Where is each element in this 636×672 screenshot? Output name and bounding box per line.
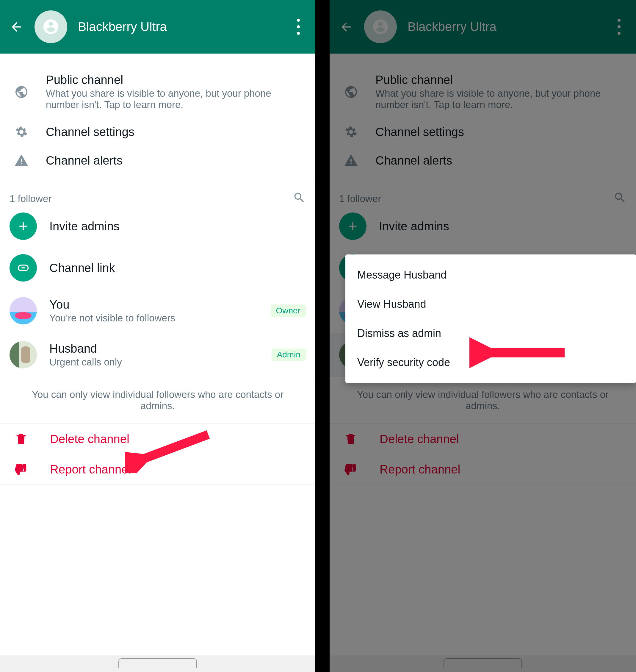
plus-icon: [9, 212, 37, 240]
channel-settings-row[interactable]: Channel settings: [0, 118, 315, 146]
owner-badge: Owner: [271, 305, 306, 317]
search-icon[interactable]: [293, 191, 306, 207]
member-row-husband[interactable]: Husband Urgent calls only Admin: [0, 333, 315, 377]
menu-dismiss-as-admin[interactable]: Dismiss as admin: [345, 319, 636, 348]
public-channel-title: Public channel: [46, 73, 306, 87]
member-name-husband: Husband: [49, 342, 272, 356]
member-status-you: You're not visible to followers: [49, 312, 271, 324]
public-channel-row[interactable]: Public channel What you share is visible…: [0, 66, 315, 118]
gear-icon: [9, 125, 33, 139]
thumb-down-icon: [14, 462, 28, 476]
delete-channel-row[interactable]: Delete channel: [0, 424, 315, 454]
app-header: Blackberry Ultra: [0, 0, 315, 54]
followers-count: 1 follower: [9, 193, 52, 205]
followers-header: 1 follower: [0, 182, 315, 210]
channel-alerts-label: Channel alerts: [46, 154, 306, 167]
channel-alerts-row[interactable]: Channel alerts: [0, 146, 315, 175]
channel-avatar[interactable]: [35, 11, 67, 43]
report-channel-label: Report channel: [50, 463, 131, 476]
admin-badge: Admin: [272, 348, 306, 361]
channel-link-label: Channel link: [49, 261, 306, 275]
channel-settings-label: Channel settings: [46, 125, 306, 139]
channel-link-row[interactable]: Channel link: [0, 247, 315, 289]
member-name-you: You: [49, 298, 271, 311]
avatar-husband: [9, 341, 37, 368]
report-channel-row[interactable]: Report channel: [0, 454, 315, 485]
channel-title: Blackberry Ultra: [78, 20, 291, 34]
public-channel-subtitle: What you share is visible to anyone, but…: [46, 88, 306, 110]
top-divider: [0, 54, 315, 59]
menu-view-husband[interactable]: View Husband: [345, 290, 636, 319]
channel-info-section: Public channel What you share is visible…: [0, 59, 315, 182]
followers-note: You can only view individual followers w…: [0, 377, 315, 424]
context-menu: Message Husband View Husband Dismiss as …: [345, 254, 636, 383]
avatar-you: [9, 297, 37, 324]
menu-message-husband[interactable]: Message Husband: [345, 261, 636, 290]
screenshot-left: Blackberry Ultra Public channel What you…: [0, 0, 315, 672]
more-options-icon[interactable]: [291, 19, 306, 35]
alert-icon: [9, 153, 33, 168]
globe-icon: [9, 85, 33, 99]
home-indicator: [0, 655, 315, 672]
back-icon[interactable]: [9, 20, 23, 34]
menu-verify-security-code[interactable]: Verify security code: [345, 348, 636, 377]
member-row-you[interactable]: You You're not visible to followers Owne…: [0, 289, 315, 333]
invite-admins-row[interactable]: Invite admins: [0, 210, 315, 247]
invite-admins-label: Invite admins: [49, 219, 306, 233]
link-icon: [9, 254, 37, 282]
screenshot-right: Blackberry Ultra Public channel What you…: [330, 0, 636, 672]
member-status-husband: Urgent calls only: [49, 357, 272, 368]
delete-channel-label: Delete channel: [50, 433, 130, 446]
trash-icon: [14, 432, 28, 446]
